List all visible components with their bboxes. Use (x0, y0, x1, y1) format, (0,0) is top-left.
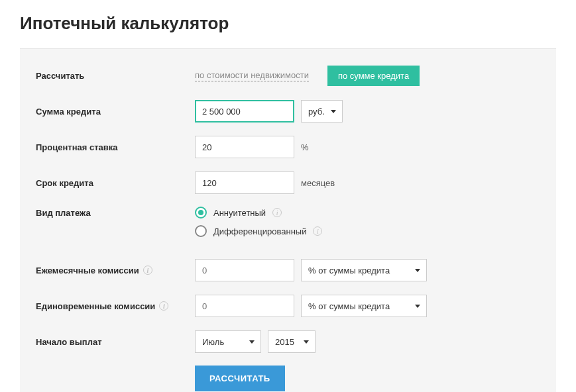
start-month-select[interactable]: Июль (195, 330, 261, 353)
onetime-fee-basis-select[interactable]: % от суммы кредита (301, 295, 427, 317)
label-onetime-fee: Единовременные комиссии i (36, 301, 195, 311)
onetime-fee-basis-value: % от суммы кредита (308, 301, 390, 311)
monthly-fee-input[interactable] (195, 259, 294, 281)
info-icon[interactable]: i (272, 208, 282, 217)
currency-value: руб. (308, 107, 325, 117)
label-interest-rate: Процентная ставка (36, 142, 195, 152)
label-calculate-by: Рассчитать (36, 71, 195, 81)
monthly-fee-basis-select[interactable]: % от суммы кредита (301, 259, 427, 281)
page-title: Ипотечный калькулятор (20, 13, 556, 34)
radio-icon-checked (195, 207, 207, 219)
radio-icon-unchecked (195, 225, 207, 237)
monthly-fee-basis-value: % от суммы кредита (308, 266, 390, 275)
submit-button[interactable]: Рассчитать (195, 366, 285, 391)
onetime-fee-input[interactable] (195, 295, 294, 317)
interest-rate-input[interactable] (195, 136, 294, 158)
start-year-value: 2015 (275, 337, 294, 347)
loan-term-input[interactable] (195, 172, 294, 194)
tab-by-property[interactable]: по стоимости недвижимости (195, 70, 309, 81)
radio-annuity-label: Аннуитетный (213, 208, 266, 218)
radio-differentiated[interactable]: Дифференцированный i (195, 225, 322, 237)
label-loan-amount: Сумма кредита (36, 107, 195, 117)
label-loan-term: Срок кредита (36, 178, 195, 188)
calculator-form: Рассчитать по стоимости недвижимости по … (20, 48, 556, 392)
info-icon[interactable]: i (313, 226, 322, 236)
radio-differentiated-label: Дифференцированный (213, 226, 306, 236)
radio-annuity[interactable]: Аннуитетный i (195, 207, 322, 219)
info-icon[interactable]: i (143, 266, 152, 275)
term-unit: месяцев (301, 178, 335, 188)
currency-select[interactable]: руб. (301, 100, 343, 122)
label-payment-type: Вид платежа (36, 207, 195, 218)
tab-by-loan[interactable]: по сумме кредита (327, 66, 420, 86)
start-month-value: Июль (202, 337, 224, 347)
label-start-payments: Начало выплат (36, 337, 195, 347)
start-year-select[interactable]: 2015 (268, 330, 316, 353)
loan-amount-input[interactable] (195, 100, 294, 122)
interest-unit: % (301, 142, 309, 152)
info-icon[interactable]: i (159, 301, 168, 311)
label-monthly-fee: Ежемесячные комиссии i (36, 266, 195, 275)
